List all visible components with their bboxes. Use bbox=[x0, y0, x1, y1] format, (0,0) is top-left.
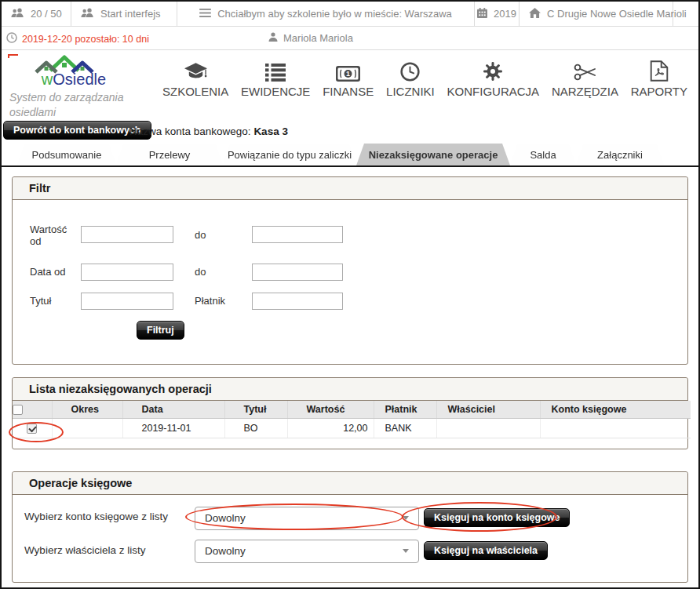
payer-label: Płatnik bbox=[195, 295, 225, 307]
training-banner[interactable]: Chciałbym aby szkolenie było w mieście: … bbox=[177, 2, 475, 26]
license-expiry: 2019-12-20 pozostało: 10 dni bbox=[6, 32, 149, 45]
filter-submit-button[interactable]: Filtruj bbox=[137, 321, 184, 340]
cell-wlasciciel bbox=[436, 418, 540, 438]
tab-podsumowanie[interactable]: Podsumowanie bbox=[17, 144, 116, 165]
gear-icon bbox=[483, 60, 503, 82]
main-nav: SZKOLENIA EWIDENCJE 1 FINANSE LICZNIKI K… bbox=[162, 60, 687, 98]
bank-account-value: Kasa 3 bbox=[253, 125, 288, 137]
person-icon bbox=[268, 32, 278, 44]
tab-przelewy[interactable]: Przelewy bbox=[116, 144, 223, 165]
logo: wOsiedle System do zarządzania osiedlami bbox=[9, 53, 127, 120]
tab-zalaczniki[interactable]: Załączniki bbox=[576, 144, 664, 165]
start-interface-label: Start interfejs bbox=[100, 8, 161, 20]
bank-account-name: Nazwa konta bankowego: Kasa 3 bbox=[129, 125, 288, 137]
nav-item-raporty[interactable]: RAPORTY bbox=[631, 60, 687, 98]
title-input[interactable] bbox=[81, 293, 173, 310]
nav-item-narzedzia[interactable]: NARZĘDZIA bbox=[552, 60, 618, 98]
value-from-input[interactable] bbox=[81, 226, 173, 243]
app-window: 20 / 50 Start interfejs Chciałbym aby sz… bbox=[0, 0, 700, 589]
column-wartosc: Wartość bbox=[287, 401, 374, 418]
users-icon bbox=[11, 8, 24, 20]
pdf-report-icon bbox=[650, 60, 669, 82]
clock-icon bbox=[6, 32, 17, 45]
account-select[interactable]: Dowolny bbox=[195, 507, 419, 530]
title-label: Tytuł bbox=[30, 295, 51, 307]
table-row: 2019-11-01 BO 12,00 BANK bbox=[13, 418, 691, 438]
nav-item-liczniki[interactable]: LICZNIKI bbox=[386, 60, 435, 98]
column-data: Data bbox=[122, 401, 224, 418]
logo-tagline: System do zarządzania osiedlami bbox=[9, 90, 127, 120]
table-header-row: Okres Data Tytuł Wartość Płatnik Właścic… bbox=[13, 401, 691, 418]
row-checkbox[interactable] bbox=[27, 424, 37, 434]
nav-label: FINANSE bbox=[323, 85, 374, 98]
current-user-name: Mariola Mariola bbox=[283, 32, 353, 44]
account-select-label: Wybierz konto księgowe z listy bbox=[24, 511, 168, 522]
graduation-cap-icon bbox=[184, 60, 208, 82]
owner-select-value: Dowolny bbox=[205, 545, 246, 557]
cell-data: 2019-11-01 bbox=[122, 418, 224, 438]
date-from-input[interactable] bbox=[81, 264, 173, 281]
nav-label: LICZNIKI bbox=[386, 85, 435, 98]
select-all-checkbox[interactable] bbox=[13, 405, 23, 415]
members-count-value: 20 / 50 bbox=[31, 8, 62, 20]
estate-name: C Drugie Nowe Osiedle Marioli bbox=[547, 8, 687, 20]
nav-band: wOsiedle System do zarządzania osiedlami… bbox=[2, 50, 698, 120]
column-konto-ksiegowe: Konto księgowe bbox=[540, 401, 691, 418]
current-user[interactable]: Mariola Mariola bbox=[268, 32, 353, 44]
column-okres: Okres bbox=[52, 401, 122, 418]
book-to-owner-button[interactable]: Księguj na właściciela bbox=[424, 541, 548, 560]
value-from-label: Wartość od bbox=[30, 224, 75, 247]
list-icon bbox=[265, 60, 286, 82]
cell-wartosc: 12,00 bbox=[287, 418, 374, 438]
year-selector[interactable]: 2019 bbox=[475, 2, 520, 26]
training-banner-text: Chciałbym aby szkolenie było w mieście: … bbox=[217, 8, 452, 20]
date-to-input[interactable] bbox=[252, 264, 343, 281]
owner-select-label: Wybierz właściciela z listy bbox=[24, 544, 145, 556]
banknote-icon: 1 bbox=[336, 60, 360, 82]
nav-item-szkolenia[interactable]: SZKOLENIA bbox=[162, 60, 228, 98]
filter-panel-title: Filtr bbox=[13, 177, 687, 200]
owner-select[interactable]: Dowolny bbox=[195, 540, 419, 563]
payer-input[interactable] bbox=[252, 293, 343, 310]
tab-powiazanie-do-typu-zaliczki[interactable]: Powiązanie do typu zaliczki bbox=[223, 144, 356, 165]
cell-tytul: BO bbox=[224, 418, 287, 438]
nav-label: KONFIGURACJA bbox=[447, 85, 540, 98]
nav-item-konfiguracja[interactable]: KONFIGURACJA bbox=[447, 60, 540, 98]
members-counter: 20 / 50 bbox=[2, 2, 71, 26]
tab-niezaksiegowane-operacje[interactable]: Niezaksięgowane operacje bbox=[356, 144, 510, 165]
logo-text: wOsiedle bbox=[20, 71, 127, 89]
subheader: Powrót do kont bankowych Nazwa konta ban… bbox=[2, 120, 698, 144]
topbar: 20 / 50 Start interfejs Chciałbym aby sz… bbox=[2, 2, 698, 27]
booking-form: Wybierz konto księgowe z listy Dowolny K… bbox=[13, 495, 687, 582]
tab-salda[interactable]: Salda bbox=[510, 144, 576, 165]
clock-icon bbox=[400, 60, 420, 82]
cell-platnik: BANK bbox=[374, 418, 436, 438]
scissors-icon bbox=[574, 60, 596, 82]
nav-label: NARZĘDZIA bbox=[552, 85, 618, 98]
column-tytul: Tytuł bbox=[224, 401, 287, 418]
operations-list-panel: Lista niezaksięgowanych operacji Okres D… bbox=[12, 377, 688, 449]
menu-icon bbox=[199, 8, 211, 20]
cell-konto-ksiegowe bbox=[540, 418, 691, 438]
nav-item-ewidencje[interactable]: EWIDENCJE bbox=[241, 60, 310, 98]
operations-list-title: Lista niezaksięgowanych operacji bbox=[13, 378, 687, 401]
operations-table: Okres Data Tytuł Wartość Płatnik Właścic… bbox=[13, 401, 691, 438]
license-expiry-text: 2019-12-20 pozostało: 10 dni bbox=[22, 34, 149, 45]
book-to-account-button[interactable]: Księguj na konto księgowe bbox=[424, 508, 570, 527]
topbar-spacer bbox=[673, 2, 698, 26]
nav-item-finanse[interactable]: 1 FINANSE bbox=[323, 60, 374, 98]
estate-selector[interactable]: C Drugie Nowe Osiedle Marioli bbox=[520, 2, 673, 26]
date-to-label: do bbox=[195, 266, 206, 278]
date-from-label: Data od bbox=[30, 266, 66, 278]
account-select-value: Dowolny bbox=[205, 512, 246, 524]
home-icon bbox=[529, 8, 541, 20]
value-to-input[interactable] bbox=[252, 226, 343, 243]
filter-panel: Filtr Wartość od do Data od do Tytuł Pła… bbox=[12, 176, 688, 365]
nav-label: SZKOLENIA bbox=[162, 85, 228, 98]
chevron-down-icon bbox=[403, 516, 409, 520]
filter-form: Wartość od do Data od do Tytuł Płatnik F… bbox=[13, 200, 687, 364]
nav-label: EWIDENCJE bbox=[241, 85, 310, 98]
column-platnik: Płatnik bbox=[374, 401, 436, 418]
start-interface-link[interactable]: Start interfejs bbox=[71, 2, 177, 26]
nav-label: RAPORTY bbox=[631, 85, 687, 98]
